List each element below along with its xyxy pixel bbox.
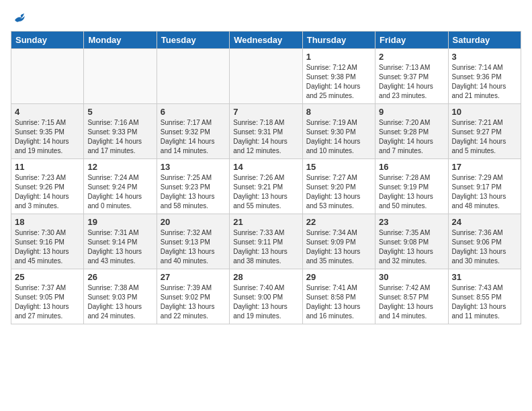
- day-number: 22: [306, 217, 371, 227]
- calendar-cell: 15Sunrise: 7:27 AM Sunset: 9:20 PM Dayli…: [302, 159, 375, 214]
- day-number: 24: [452, 217, 517, 227]
- day-number: 8: [306, 107, 371, 117]
- weekday-header-sunday: Sunday: [11, 32, 84, 49]
- calendar-cell: 6Sunrise: 7:17 AM Sunset: 9:32 PM Daylig…: [157, 104, 229, 159]
- day-info: Sunrise: 7:28 AM Sunset: 9:19 PM Dayligh…: [379, 173, 444, 211]
- calendar-cell: 21Sunrise: 7:33 AM Sunset: 9:11 PM Dayli…: [230, 214, 302, 269]
- day-number: 17: [452, 162, 517, 172]
- day-number: 30: [379, 272, 444, 282]
- day-number: 28: [233, 272, 298, 282]
- calendar-table: SundayMondayTuesdayWednesdayThursdayFrid…: [11, 31, 521, 324]
- day-info: Sunrise: 7:18 AM Sunset: 9:31 PM Dayligh…: [233, 118, 298, 156]
- calendar-cell: 10Sunrise: 7:21 AM Sunset: 9:27 PM Dayli…: [448, 104, 521, 159]
- day-number: 9: [379, 107, 444, 117]
- day-number: 18: [15, 217, 80, 227]
- day-number: 3: [452, 52, 517, 62]
- calendar-cell: 13Sunrise: 7:25 AM Sunset: 9:23 PM Dayli…: [157, 159, 229, 214]
- calendar-cell: 7Sunrise: 7:18 AM Sunset: 9:31 PM Daylig…: [230, 104, 302, 159]
- calendar-cell: 9Sunrise: 7:20 AM Sunset: 9:28 PM Daylig…: [375, 104, 448, 159]
- calendar-cell: 11Sunrise: 7:23 AM Sunset: 9:26 PM Dayli…: [11, 159, 84, 214]
- day-info: Sunrise: 7:14 AM Sunset: 9:36 PM Dayligh…: [452, 63, 517, 101]
- weekday-header-friday: Friday: [375, 32, 448, 49]
- calendar-cell: [157, 49, 229, 104]
- day-number: 25: [15, 272, 80, 282]
- calendar-cell: 31Sunrise: 7:43 AM Sunset: 8:55 PM Dayli…: [448, 269, 521, 324]
- day-info: Sunrise: 7:29 AM Sunset: 9:17 PM Dayligh…: [452, 173, 517, 211]
- calendar-cell: 2Sunrise: 7:13 AM Sunset: 9:37 PM Daylig…: [375, 49, 448, 104]
- day-number: 13: [161, 162, 226, 172]
- day-info: Sunrise: 7:34 AM Sunset: 9:09 PM Dayligh…: [306, 228, 371, 266]
- day-info: Sunrise: 7:24 AM Sunset: 9:24 PM Dayligh…: [87, 173, 152, 211]
- logo: [11, 11, 27, 26]
- weekday-header-tuesday: Tuesday: [157, 32, 229, 49]
- day-number: 26: [87, 272, 152, 282]
- calendar-cell: 19Sunrise: 7:31 AM Sunset: 9:14 PM Dayli…: [84, 214, 157, 269]
- day-number: 11: [15, 162, 80, 172]
- day-info: Sunrise: 7:17 AM Sunset: 9:32 PM Dayligh…: [161, 118, 226, 156]
- page-header: [11, 11, 521, 26]
- calendar-cell: [11, 49, 84, 104]
- day-info: Sunrise: 7:23 AM Sunset: 9:26 PM Dayligh…: [15, 173, 80, 211]
- calendar-cell: 12Sunrise: 7:24 AM Sunset: 9:24 PM Dayli…: [84, 159, 157, 214]
- weekday-header-thursday: Thursday: [302, 32, 375, 49]
- calendar-cell: [84, 49, 157, 104]
- day-info: Sunrise: 7:13 AM Sunset: 9:37 PM Dayligh…: [379, 63, 444, 101]
- calendar-cell: 8Sunrise: 7:19 AM Sunset: 9:30 PM Daylig…: [302, 104, 375, 159]
- calendar-week-row: 11Sunrise: 7:23 AM Sunset: 9:26 PM Dayli…: [11, 159, 521, 214]
- day-info: Sunrise: 7:31 AM Sunset: 9:14 PM Dayligh…: [87, 228, 152, 266]
- day-info: Sunrise: 7:35 AM Sunset: 9:08 PM Dayligh…: [379, 228, 444, 266]
- day-number: 5: [87, 107, 152, 117]
- calendar-cell: [230, 49, 302, 104]
- day-info: Sunrise: 7:15 AM Sunset: 9:35 PM Dayligh…: [15, 118, 80, 156]
- day-info: Sunrise: 7:26 AM Sunset: 9:21 PM Dayligh…: [233, 173, 298, 211]
- calendar-cell: 30Sunrise: 7:42 AM Sunset: 8:57 PM Dayli…: [375, 269, 448, 324]
- calendar-cell: 24Sunrise: 7:36 AM Sunset: 9:06 PM Dayli…: [448, 214, 521, 269]
- day-number: 29: [306, 272, 371, 282]
- calendar-cell: 3Sunrise: 7:14 AM Sunset: 9:36 PM Daylig…: [448, 49, 521, 104]
- day-info: Sunrise: 7:12 AM Sunset: 9:38 PM Dayligh…: [306, 63, 371, 101]
- day-number: 7: [233, 107, 298, 117]
- calendar-cell: 1Sunrise: 7:12 AM Sunset: 9:38 PM Daylig…: [302, 49, 375, 104]
- day-info: Sunrise: 7:30 AM Sunset: 9:16 PM Dayligh…: [15, 228, 80, 266]
- calendar-cell: 22Sunrise: 7:34 AM Sunset: 9:09 PM Dayli…: [302, 214, 375, 269]
- day-number: 21: [233, 217, 298, 227]
- calendar-cell: 20Sunrise: 7:32 AM Sunset: 9:13 PM Dayli…: [157, 214, 229, 269]
- weekday-header-wednesday: Wednesday: [230, 32, 302, 49]
- day-number: 6: [161, 107, 226, 117]
- logo-bird-icon: [12, 11, 27, 26]
- calendar-cell: 28Sunrise: 7:40 AM Sunset: 9:00 PM Dayli…: [230, 269, 302, 324]
- calendar-cell: 18Sunrise: 7:30 AM Sunset: 9:16 PM Dayli…: [11, 214, 84, 269]
- calendar-cell: 5Sunrise: 7:16 AM Sunset: 9:33 PM Daylig…: [84, 104, 157, 159]
- calendar-week-row: 1Sunrise: 7:12 AM Sunset: 9:38 PM Daylig…: [11, 49, 521, 104]
- calendar-cell: 4Sunrise: 7:15 AM Sunset: 9:35 PM Daylig…: [11, 104, 84, 159]
- day-info: Sunrise: 7:19 AM Sunset: 9:30 PM Dayligh…: [306, 118, 371, 156]
- day-number: 1: [306, 52, 371, 62]
- day-info: Sunrise: 7:16 AM Sunset: 9:33 PM Dayligh…: [87, 118, 152, 156]
- day-info: Sunrise: 7:40 AM Sunset: 9:00 PM Dayligh…: [233, 283, 298, 321]
- day-number: 27: [161, 272, 226, 282]
- day-info: Sunrise: 7:36 AM Sunset: 9:06 PM Dayligh…: [452, 228, 517, 266]
- day-info: Sunrise: 7:41 AM Sunset: 8:58 PM Dayligh…: [306, 283, 371, 321]
- calendar-cell: 17Sunrise: 7:29 AM Sunset: 9:17 PM Dayli…: [448, 159, 521, 214]
- day-info: Sunrise: 7:32 AM Sunset: 9:13 PM Dayligh…: [161, 228, 226, 266]
- day-info: Sunrise: 7:33 AM Sunset: 9:11 PM Dayligh…: [233, 228, 298, 266]
- day-number: 16: [379, 162, 444, 172]
- calendar-week-row: 4Sunrise: 7:15 AM Sunset: 9:35 PM Daylig…: [11, 104, 521, 159]
- day-info: Sunrise: 7:39 AM Sunset: 9:02 PM Dayligh…: [161, 283, 226, 321]
- day-info: Sunrise: 7:43 AM Sunset: 8:55 PM Dayligh…: [452, 283, 517, 321]
- weekday-header-row: SundayMondayTuesdayWednesdayThursdayFrid…: [11, 32, 521, 49]
- day-number: 12: [87, 162, 152, 172]
- calendar-cell: 23Sunrise: 7:35 AM Sunset: 9:08 PM Dayli…: [375, 214, 448, 269]
- calendar-week-row: 18Sunrise: 7:30 AM Sunset: 9:16 PM Dayli…: [11, 214, 521, 269]
- calendar-cell: 26Sunrise: 7:38 AM Sunset: 9:03 PM Dayli…: [84, 269, 157, 324]
- calendar-cell: 27Sunrise: 7:39 AM Sunset: 9:02 PM Dayli…: [157, 269, 229, 324]
- day-number: 10: [452, 107, 517, 117]
- weekday-header-saturday: Saturday: [448, 32, 521, 49]
- day-info: Sunrise: 7:27 AM Sunset: 9:20 PM Dayligh…: [306, 173, 371, 211]
- day-number: 31: [452, 272, 517, 282]
- day-info: Sunrise: 7:38 AM Sunset: 9:03 PM Dayligh…: [87, 283, 152, 321]
- day-number: 2: [379, 52, 444, 62]
- day-number: 19: [87, 217, 152, 227]
- weekday-header-monday: Monday: [84, 32, 157, 49]
- day-number: 23: [379, 217, 444, 227]
